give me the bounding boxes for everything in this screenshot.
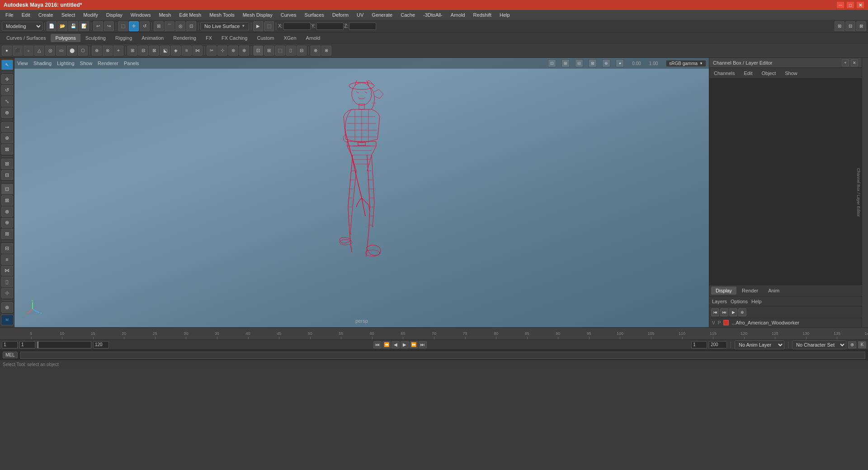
- select-arrow-tool[interactable]: ↖: [1, 60, 13, 70]
- menu-help[interactable]: Help: [496, 11, 514, 19]
- tab-animation[interactable]: Animation: [137, 34, 168, 42]
- sphere-tool[interactable]: ●: [2, 46, 12, 56]
- step-forward-button[interactable]: ⏩: [410, 341, 418, 348]
- plane-tool[interactable]: ▭: [56, 46, 66, 56]
- menu-edit[interactable]: Edit: [18, 11, 34, 19]
- layer-btn-3[interactable]: ⊗: [1, 207, 13, 217]
- layer-btn-9[interactable]: ⌷: [1, 277, 13, 287]
- snap-curve-button[interactable]: ⌒: [165, 21, 175, 31]
- layers-btn-layers[interactable]: Layers: [712, 299, 727, 304]
- snap-point-button[interactable]: ◎: [175, 21, 185, 31]
- separate-tool[interactable]: ⊗: [103, 46, 113, 56]
- start-frame-input[interactable]: [2, 341, 18, 348]
- select-faces[interactable]: ⬚: [275, 46, 285, 56]
- ipr-button[interactable]: ⬚: [264, 21, 274, 31]
- minimize-button[interactable]: ─: [836, 1, 844, 9]
- vp-texture[interactable]: ⊕: [602, 59, 610, 67]
- softmod-tool[interactable]: ⊗: [321, 46, 331, 56]
- layer-btn-4[interactable]: ⊕: [1, 218, 13, 228]
- layer-btn-5[interactable]: ⊞: [1, 229, 13, 239]
- select-vertices[interactable]: ⊡: [253, 46, 263, 56]
- cut-tool[interactable]: ✂: [207, 46, 217, 56]
- connect-tool[interactable]: ≡: [182, 46, 192, 56]
- open-file-button[interactable]: 📂: [57, 21, 67, 31]
- toolbar-extra-2[interactable]: ⊟: [845, 21, 855, 31]
- universal-tool-lt[interactable]: ⊕: [1, 108, 13, 118]
- menu-3dtoall[interactable]: -3DtoAll-: [420, 11, 446, 19]
- y-input[interactable]: [316, 23, 344, 30]
- display-tab-anim[interactable]: Anim: [764, 287, 784, 295]
- move-tool-button[interactable]: ✛: [129, 21, 139, 31]
- layer-btn-2[interactable]: ⊠: [1, 195, 13, 206]
- step-back-button[interactable]: ⏪: [382, 341, 391, 348]
- tab-fx-caching[interactable]: FX Caching: [217, 34, 252, 42]
- lasso-lt[interactable]: ⊟: [1, 170, 13, 180]
- menu-deform[interactable]: Deform: [329, 11, 352, 19]
- cb-tab-channels[interactable]: Channels: [711, 69, 737, 77]
- rotate-tool-lt[interactable]: ↺: [1, 85, 13, 95]
- cb-tab-edit[interactable]: Edit: [741, 69, 755, 77]
- target-weld-tool[interactable]: ⊛: [228, 46, 238, 56]
- fps-input[interactable]: [709, 341, 727, 348]
- menu-cache[interactable]: Cache: [397, 11, 419, 19]
- close-button[interactable]: ✕: [856, 1, 864, 9]
- anim-layer-dropdown[interactable]: No Anim Layer: [735, 340, 784, 349]
- combine-tool[interactable]: ⊕: [92, 46, 102, 56]
- menu-mesh-display[interactable]: Mesh Display: [239, 11, 276, 19]
- menu-arnold[interactable]: Arnold: [447, 11, 469, 19]
- character-set-dropdown[interactable]: No Character Set: [792, 340, 846, 349]
- layer-item[interactable]: V P ...Afro_American_Woodworker: [709, 318, 862, 327]
- auto-key-button[interactable]: K: [858, 341, 866, 348]
- channel-box-close[interactable]: ✕: [851, 59, 858, 66]
- menu-display[interactable]: Display: [103, 11, 126, 19]
- disk-tool[interactable]: ⬤: [67, 46, 77, 56]
- insert-edge-tool[interactable]: ⊕: [239, 46, 249, 56]
- gamma-dropdown[interactable]: sRGB gamma ▼: [666, 60, 706, 67]
- move-tool-lt[interactable]: ✛: [1, 74, 13, 85]
- vp-light[interactable]: ●: [616, 59, 624, 67]
- platonic-tool[interactable]: ⬡: [78, 46, 88, 56]
- tab-custom[interactable]: Custom: [253, 34, 279, 42]
- tab-rigging[interactable]: Rigging: [111, 34, 137, 42]
- fill-hole-tool[interactable]: ⬕: [160, 46, 170, 56]
- layer-btn-11[interactable]: ⊛: [1, 302, 13, 313]
- char-set-options[interactable]: ⊕: [848, 341, 856, 348]
- menu-uv[interactable]: UV: [353, 11, 367, 19]
- menu-windows[interactable]: Windows: [127, 11, 155, 19]
- select-edges[interactable]: ⊞: [264, 46, 274, 56]
- redo-button[interactable]: ↪: [104, 21, 114, 31]
- layer-icon-2[interactable]: ⏭: [720, 308, 728, 316]
- tab-rendering[interactable]: Rendering: [169, 34, 201, 42]
- merge-tool[interactable]: ⋈: [193, 46, 203, 56]
- toolbar-extra-3[interactable]: ⊠: [856, 21, 866, 31]
- render-button[interactable]: ▶: [253, 21, 263, 31]
- skip-to-end-button[interactable]: ⏭: [419, 341, 427, 348]
- end-frame-input[interactable]: [93, 341, 109, 348]
- timeline[interactable]: 5101520253035404550556065707580859095100…: [0, 327, 868, 340]
- mel-badge[interactable]: MEL: [3, 352, 18, 358]
- toolbar-extra-1[interactable]: ⊞: [835, 21, 844, 31]
- soft-mod-lt[interactable]: ⊸: [1, 122, 13, 132]
- vp-frame[interactable]: ⊟: [575, 59, 583, 67]
- layer-icon-1[interactable]: ⏮: [711, 308, 719, 316]
- vp-menu-panels[interactable]: Panels: [124, 61, 139, 66]
- cone-tool[interactable]: △: [34, 46, 44, 56]
- save-file-button[interactable]: 💾: [68, 21, 78, 31]
- rotate-tool-button[interactable]: ↺: [140, 21, 150, 31]
- select-uvs[interactable]: ⌷: [286, 46, 296, 56]
- x-input[interactable]: [283, 23, 311, 30]
- sculpt-lt[interactable]: ⊗: [1, 133, 13, 143]
- menu-create[interactable]: Create: [35, 11, 57, 19]
- tab-fx[interactable]: FX: [201, 34, 217, 42]
- new-file-button[interactable]: 📄: [47, 21, 57, 31]
- tab-xgen[interactable]: XGen: [279, 34, 301, 42]
- extrude-tool[interactable]: ⊞: [127, 46, 137, 56]
- maximize-button[interactable]: □: [846, 1, 854, 9]
- multi-cut-tool[interactable]: ⊹: [217, 46, 227, 56]
- vp-wireframe[interactable]: ⊠: [589, 59, 597, 67]
- vp-menu-show[interactable]: Show: [80, 61, 93, 66]
- menu-file[interactable]: File: [2, 11, 17, 19]
- menu-edit-mesh[interactable]: Edit Mesh: [175, 11, 205, 19]
- vp-menu-shading[interactable]: Shading: [33, 61, 52, 66]
- display-tab-display[interactable]: Display: [711, 287, 736, 295]
